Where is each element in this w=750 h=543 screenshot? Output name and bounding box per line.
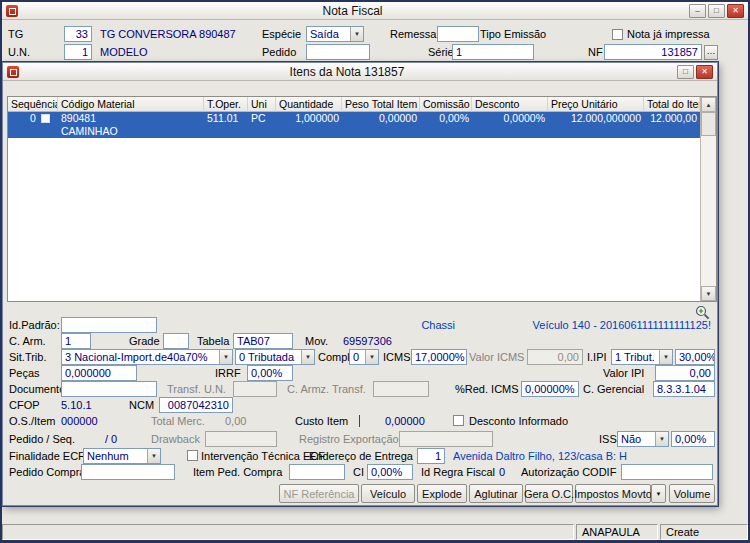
- drawback-field: [205, 431, 277, 447]
- c-gerencial-label: C. Gerencial: [583, 381, 644, 397]
- red-icms-field[interactable]: 0,00000%: [521, 381, 579, 397]
- c-arm-field[interactable]: 1: [61, 333, 91, 349]
- table-header: Sequência Código Material T.Oper. Uni Qu…: [8, 97, 700, 112]
- c-gerencial-field[interactable]: 8.3.3.1.04: [653, 381, 715, 397]
- maximize-icon[interactable]: □: [677, 65, 694, 79]
- un-field[interactable]: 1: [64, 44, 92, 60]
- scroll-up-icon[interactable]: ▲: [701, 97, 716, 112]
- itens-titlebar[interactable]: Itens da Nota 131857 □ ✕: [3, 63, 717, 81]
- endereco-entrega-field[interactable]: 1: [417, 448, 445, 464]
- endereco-entrega-value: Avenida Daltro Filho, 123/casa B: H: [453, 448, 627, 464]
- nf-browse-button[interactable]: …: [704, 45, 718, 60]
- impostos-movto-button[interactable]: Impostos Movto: [575, 484, 651, 503]
- volume-button[interactable]: Volume: [669, 484, 715, 503]
- table-scrollbar[interactable]: ▲ ▼: [700, 97, 716, 301]
- sit-trib-select[interactable]: 3 Nacional-Import.de40a70% ▼: [61, 349, 233, 365]
- col-header-desconto[interactable]: Desconto: [472, 97, 548, 112]
- cell-uni: PC: [248, 112, 276, 125]
- iss-field[interactable]: 0,00%: [671, 431, 715, 447]
- compl-select[interactable]: 0 ▼: [349, 349, 379, 365]
- impostos-dropdown-icon[interactable]: ▼: [651, 484, 666, 503]
- un-description: MODELO: [100, 44, 148, 60]
- registro-exportacao-label: Registro Exportação: [299, 431, 399, 447]
- compl-label: Compl: [318, 349, 350, 365]
- col-header-uni[interactable]: Uni: [248, 97, 276, 112]
- close-icon[interactable]: ✕: [696, 65, 713, 79]
- col-header-comissao[interactable]: Comissão: [420, 97, 472, 112]
- chevron-down-icon[interactable]: ▼: [350, 27, 363, 41]
- veiculo-button[interactable]: Veículo: [361, 484, 415, 503]
- gera-oc-button[interactable]: Gera O.C.: [525, 484, 573, 503]
- ci-field[interactable]: 0,00%: [367, 464, 413, 480]
- scrollbar-thumb[interactable]: [701, 112, 716, 136]
- col-header-total-item[interactable]: Total do Item: [644, 97, 700, 112]
- icms-label: ICMS: [383, 349, 411, 365]
- ipi-select[interactable]: 1 Tribut. ▼: [611, 349, 673, 365]
- close-icon[interactable]: ✕: [727, 4, 744, 18]
- ipi-field[interactable]: 30,00%: [675, 349, 715, 365]
- desktop: Nota Fiscal – □ ✕ TG 33 TG CONVERSORA 89…: [0, 0, 750, 543]
- row-checkbox[interactable]: [41, 114, 50, 123]
- icms-field[interactable]: 17,0000%: [411, 349, 467, 365]
- nota-fiscal-titlebar[interactable]: Nota Fiscal – □ ✕: [2, 2, 748, 20]
- chevron-down-icon[interactable]: ▼: [659, 350, 672, 364]
- tributacao-select[interactable]: 0 Tributada ▼: [235, 349, 315, 365]
- col-header-peso-total[interactable]: Peso Total Item: [342, 97, 420, 112]
- chevron-down-icon[interactable]: ▼: [219, 350, 232, 364]
- valor-icms-label: Valor ICMS: [469, 349, 524, 365]
- aglutinar-button[interactable]: Aglutinar: [469, 484, 523, 503]
- cfop-label: CFOP: [9, 397, 40, 413]
- autorizacao-codif-label: Autorização CODIF: [521, 464, 616, 480]
- col-header-codigo-material[interactable]: Código Material: [58, 97, 204, 112]
- serie-field[interactable]: 1: [452, 44, 534, 60]
- especie-value: Saída: [310, 28, 339, 40]
- intervencao-label: Intervenção Técnica ECF: [201, 448, 325, 464]
- remessa-field[interactable]: [437, 26, 479, 42]
- col-header-toper[interactable]: T.Oper.: [204, 97, 248, 112]
- item-ped-compra-field[interactable]: [289, 464, 345, 480]
- chevron-down-icon[interactable]: ▼: [365, 350, 378, 364]
- endereco-entrega-label: Endereço de Entrega: [309, 448, 413, 464]
- explode-button[interactable]: Explode: [417, 484, 467, 503]
- pedido-compra-label: Pedido Compra: [9, 464, 85, 480]
- c-arm-label: C. Arm.: [9, 333, 46, 349]
- tabela-field[interactable]: TAB07: [233, 333, 293, 349]
- iss-select[interactable]: Não ▼: [617, 431, 669, 447]
- irrf-field[interactable]: 0,00%: [247, 365, 293, 381]
- col-header-preco-unitario[interactable]: Preço Unitário: [548, 97, 644, 112]
- nf-label: NF: [588, 44, 603, 60]
- col-header-quantidade[interactable]: Quantidade: [276, 97, 342, 112]
- finalidade-ecf-select[interactable]: Nenhum ▼: [83, 448, 161, 464]
- pecas-field[interactable]: 0,000000: [61, 365, 137, 381]
- c-armz-label: C. Armz. Transf.: [287, 381, 366, 397]
- maximize-icon[interactable]: □: [708, 4, 725, 18]
- nf-referencia-button: NF Referência: [279, 484, 359, 503]
- chevron-down-icon[interactable]: ▼: [147, 449, 160, 463]
- itens-da-nota-window: Itens da Nota 131857 □ ✕ Sequência Códig…: [2, 62, 718, 506]
- desconto-informado-checkbox[interactable]: [453, 415, 464, 426]
- col-header-sequencia[interactable]: Sequência: [8, 97, 58, 112]
- scroll-down-icon[interactable]: ▼: [701, 286, 716, 301]
- pedido-compra-field[interactable]: [81, 464, 175, 480]
- id-padrao-field[interactable]: [61, 317, 157, 333]
- especie-select[interactable]: Saída ▼: [306, 26, 364, 42]
- pedido-field[interactable]: [306, 44, 370, 60]
- intervencao-checkbox[interactable]: [187, 450, 198, 461]
- ncm-field[interactable]: 0087042310: [159, 397, 233, 413]
- nota-impressa-checkbox[interactable]: [612, 29, 623, 40]
- documento-field[interactable]: [61, 381, 157, 397]
- chevron-down-icon[interactable]: ▼: [655, 432, 668, 446]
- tipo-emissao-label: Tipo Emissão: [480, 26, 546, 42]
- ci-label: CI: [353, 464, 364, 480]
- valor-ipi-field[interactable]: 0,00: [655, 365, 715, 381]
- table-row[interactable]: 0 890481 511.01 PC 1,000000 0,00000 0,00…: [8, 112, 700, 138]
- tg-field[interactable]: 33: [64, 26, 92, 42]
- minimize-icon[interactable]: –: [689, 4, 706, 18]
- chevron-down-icon[interactable]: ▼: [301, 350, 314, 364]
- grade-field[interactable]: [163, 333, 189, 349]
- c-armz-field: [373, 381, 429, 397]
- window-border-left: [0, 0, 2, 543]
- nf-field[interactable]: 131857: [604, 44, 702, 60]
- autorizacao-codif-field[interactable]: [621, 464, 713, 480]
- remessa-label: Remessa: [390, 26, 436, 42]
